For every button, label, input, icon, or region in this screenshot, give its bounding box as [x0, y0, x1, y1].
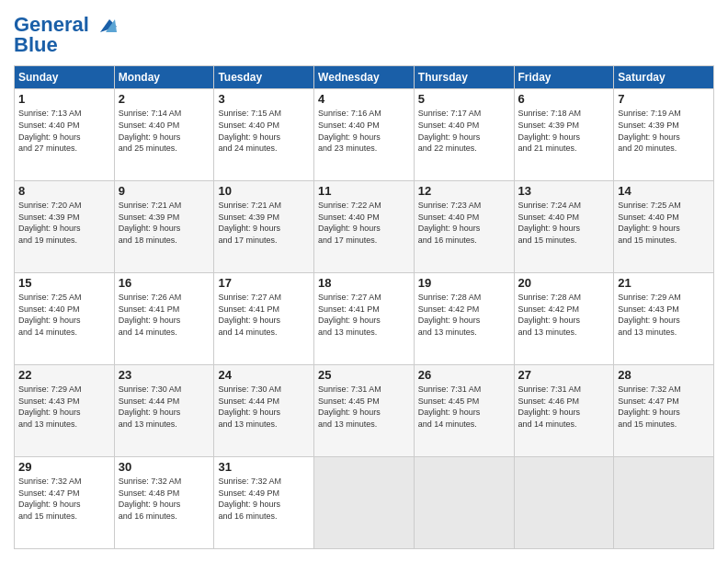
calendar-cell: 10Sunrise: 7:21 AMSunset: 4:39 PMDayligh… [214, 181, 314, 273]
cell-info: Sunrise: 7:31 AMSunset: 4:45 PMDaylight:… [318, 384, 410, 430]
day-number: 5 [418, 92, 510, 106]
calendar-cell: 26Sunrise: 7:31 AMSunset: 4:45 PMDayligh… [414, 365, 514, 457]
calendar-cell: 5Sunrise: 7:17 AMSunset: 4:40 PMDaylight… [414, 89, 514, 181]
calendar-cell [514, 457, 614, 549]
calendar-cell: 27Sunrise: 7:31 AMSunset: 4:46 PMDayligh… [514, 365, 614, 457]
cell-info: Sunrise: 7:23 AMSunset: 4:40 PMDaylight:… [418, 200, 510, 246]
week-row-1: 1Sunrise: 7:13 AMSunset: 4:40 PMDaylight… [15, 89, 714, 181]
header: General Blue [14, 14, 714, 56]
cell-info: Sunrise: 7:27 AMSunset: 4:41 PMDaylight:… [318, 292, 410, 338]
day-number: 11 [318, 184, 410, 198]
day-number: 14 [618, 184, 710, 198]
day-number: 1 [18, 92, 110, 106]
calendar-cell: 11Sunrise: 7:22 AMSunset: 4:40 PMDayligh… [314, 181, 415, 273]
day-number: 8 [18, 184, 110, 198]
day-number: 20 [518, 276, 610, 290]
week-row-3: 15Sunrise: 7:25 AMSunset: 4:40 PMDayligh… [15, 273, 714, 365]
day-number: 22 [18, 368, 110, 382]
day-number: 7 [618, 92, 710, 106]
day-number: 15 [18, 276, 110, 290]
day-number: 26 [418, 368, 510, 382]
day-number: 27 [518, 368, 610, 382]
cell-info: Sunrise: 7:14 AMSunset: 4:40 PMDaylight:… [119, 108, 210, 154]
weekday-monday: Monday [114, 66, 214, 89]
weekday-header-row: SundayMondayTuesdayWednesdayThursdayFrid… [15, 66, 714, 89]
weekday-sunday: Sunday [15, 66, 115, 89]
day-number: 10 [218, 184, 310, 198]
cell-info: Sunrise: 7:32 AMSunset: 4:47 PMDaylight:… [18, 476, 110, 522]
cell-info: Sunrise: 7:30 AMSunset: 4:44 PMDaylight:… [119, 384, 210, 430]
day-number: 17 [218, 276, 310, 290]
day-number: 31 [218, 460, 310, 474]
calendar-cell: 20Sunrise: 7:28 AMSunset: 4:42 PMDayligh… [514, 273, 614, 365]
calendar-cell: 14Sunrise: 7:25 AMSunset: 4:40 PMDayligh… [614, 181, 714, 273]
cell-info: Sunrise: 7:13 AMSunset: 4:40 PMDaylight:… [18, 108, 110, 154]
calendar-cell [314, 457, 415, 549]
calendar-cell: 24Sunrise: 7:30 AMSunset: 4:44 PMDayligh… [214, 365, 314, 457]
cell-info: Sunrise: 7:18 AMSunset: 4:39 PMDaylight:… [518, 108, 610, 154]
day-number: 4 [318, 92, 410, 106]
day-number: 3 [218, 92, 310, 106]
cell-info: Sunrise: 7:21 AMSunset: 4:39 PMDaylight:… [119, 200, 210, 246]
cell-info: Sunrise: 7:21 AMSunset: 4:39 PMDaylight:… [218, 200, 310, 246]
cell-info: Sunrise: 7:20 AMSunset: 4:39 PMDaylight:… [18, 200, 110, 246]
cell-info: Sunrise: 7:32 AMSunset: 4:47 PMDaylight:… [618, 384, 710, 430]
day-number: 16 [119, 276, 210, 290]
cell-info: Sunrise: 7:17 AMSunset: 4:40 PMDaylight:… [418, 108, 510, 154]
day-number: 2 [119, 92, 210, 106]
calendar-cell: 19Sunrise: 7:28 AMSunset: 4:42 PMDayligh… [414, 273, 514, 365]
day-number: 23 [119, 368, 210, 382]
day-number: 29 [18, 460, 110, 474]
cell-info: Sunrise: 7:28 AMSunset: 4:42 PMDaylight:… [418, 292, 510, 338]
calendar-cell: 18Sunrise: 7:27 AMSunset: 4:41 PMDayligh… [314, 273, 415, 365]
cell-info: Sunrise: 7:25 AMSunset: 4:40 PMDaylight:… [618, 200, 710, 246]
cell-info: Sunrise: 7:19 AMSunset: 4:39 PMDaylight:… [618, 108, 710, 154]
day-number: 30 [119, 460, 210, 474]
cell-info: Sunrise: 7:22 AMSunset: 4:40 PMDaylight:… [318, 200, 410, 246]
calendar-cell [414, 457, 514, 549]
calendar-cell: 23Sunrise: 7:30 AMSunset: 4:44 PMDayligh… [114, 365, 214, 457]
week-row-4: 22Sunrise: 7:29 AMSunset: 4:43 PMDayligh… [15, 365, 714, 457]
calendar-cell: 9Sunrise: 7:21 AMSunset: 4:39 PMDaylight… [114, 181, 214, 273]
calendar-cell: 17Sunrise: 7:27 AMSunset: 4:41 PMDayligh… [214, 273, 314, 365]
cell-info: Sunrise: 7:25 AMSunset: 4:40 PMDaylight:… [18, 292, 110, 338]
calendar-cell: 8Sunrise: 7:20 AMSunset: 4:39 PMDaylight… [15, 181, 115, 273]
calendar-cell: 31Sunrise: 7:32 AMSunset: 4:49 PMDayligh… [214, 457, 314, 549]
week-row-2: 8Sunrise: 7:20 AMSunset: 4:39 PMDaylight… [15, 181, 714, 273]
calendar-cell [614, 457, 714, 549]
day-number: 28 [618, 368, 710, 382]
day-number: 24 [218, 368, 310, 382]
cell-info: Sunrise: 7:15 AMSunset: 4:40 PMDaylight:… [218, 108, 310, 154]
calendar-cell: 30Sunrise: 7:32 AMSunset: 4:48 PMDayligh… [114, 457, 214, 549]
cell-info: Sunrise: 7:26 AMSunset: 4:41 PMDaylight:… [119, 292, 210, 338]
calendar-cell: 1Sunrise: 7:13 AMSunset: 4:40 PMDaylight… [15, 89, 115, 181]
day-number: 13 [518, 184, 610, 198]
calendar-cell: 3Sunrise: 7:15 AMSunset: 4:40 PMDaylight… [214, 89, 314, 181]
calendar-page: General Blue SundayMondayTuesdayWednesda… [0, 0, 728, 563]
calendar-cell: 4Sunrise: 7:16 AMSunset: 4:40 PMDaylight… [314, 89, 415, 181]
day-number: 19 [418, 276, 510, 290]
weekday-thursday: Thursday [414, 66, 514, 89]
cell-info: Sunrise: 7:27 AMSunset: 4:41 PMDaylight:… [218, 292, 310, 338]
cell-info: Sunrise: 7:24 AMSunset: 4:40 PMDaylight:… [518, 200, 610, 246]
day-number: 9 [119, 184, 210, 198]
cell-info: Sunrise: 7:29 AMSunset: 4:43 PMDaylight:… [618, 292, 710, 338]
cell-info: Sunrise: 7:32 AMSunset: 4:48 PMDaylight:… [119, 476, 210, 522]
calendar-cell: 29Sunrise: 7:32 AMSunset: 4:47 PMDayligh… [15, 457, 115, 549]
weekday-tuesday: Tuesday [214, 66, 314, 89]
logo: General Blue [14, 14, 117, 56]
cell-info: Sunrise: 7:30 AMSunset: 4:44 PMDaylight:… [218, 384, 310, 430]
cell-info: Sunrise: 7:32 AMSunset: 4:49 PMDaylight:… [218, 476, 310, 522]
cell-info: Sunrise: 7:31 AMSunset: 4:45 PMDaylight:… [418, 384, 510, 430]
day-number: 18 [318, 276, 410, 290]
weekday-wednesday: Wednesday [314, 66, 415, 89]
calendar-cell: 6Sunrise: 7:18 AMSunset: 4:39 PMDaylight… [514, 89, 614, 181]
cell-info: Sunrise: 7:16 AMSunset: 4:40 PMDaylight:… [318, 108, 410, 154]
calendar-cell: 7Sunrise: 7:19 AMSunset: 4:39 PMDaylight… [614, 89, 714, 181]
calendar-cell: 22Sunrise: 7:29 AMSunset: 4:43 PMDayligh… [15, 365, 115, 457]
weekday-friday: Friday [514, 66, 614, 89]
calendar-cell: 15Sunrise: 7:25 AMSunset: 4:40 PMDayligh… [15, 273, 115, 365]
day-number: 21 [618, 276, 710, 290]
calendar-cell: 21Sunrise: 7:29 AMSunset: 4:43 PMDayligh… [614, 273, 714, 365]
cell-info: Sunrise: 7:31 AMSunset: 4:46 PMDaylight:… [518, 384, 610, 430]
